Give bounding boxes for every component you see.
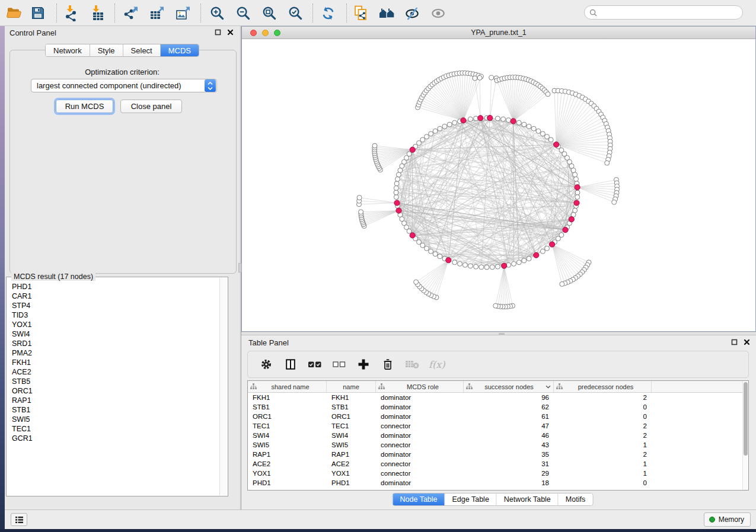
table-row[interactable]: ACE2ACE2connector311 bbox=[248, 459, 742, 469]
cell-name: SWI4 bbox=[327, 432, 376, 439]
show-all-icon[interactable] bbox=[428, 3, 449, 23]
attribute-icon bbox=[250, 383, 257, 390]
mcds-result-list[interactable]: PHD1CAR1STP4TID3YOX1SWI4SRD1PMA2FKH1ACE2… bbox=[7, 282, 219, 495]
network-canvas[interactable] bbox=[242, 39, 755, 331]
float-panel-icon[interactable] bbox=[731, 339, 738, 345]
add-column-icon[interactable] bbox=[356, 357, 371, 371]
table-row[interactable]: SWI5SWI5connector431 bbox=[248, 440, 742, 450]
optimization-criterion-dropdown[interactable]: largest connected component (undirected) bbox=[31, 79, 217, 92]
result-node-item[interactable]: CAR1 bbox=[7, 291, 219, 301]
table-row[interactable]: FKH1FKH1dominator962 bbox=[248, 393, 742, 402]
table-row[interactable]: STB1STB1dominator620 bbox=[248, 402, 742, 412]
toolbar-separator bbox=[114, 4, 115, 23]
zoom-out-icon[interactable] bbox=[232, 3, 254, 23]
float-panel-icon[interactable] bbox=[215, 29, 221, 36]
delete-column-icon[interactable] bbox=[380, 357, 395, 371]
table-row[interactable]: RAP1RAP1dominator352 bbox=[248, 450, 742, 459]
table-row[interactable]: ORC1ORC1dominator610 bbox=[248, 412, 742, 421]
tab-motifs[interactable]: Motifs bbox=[559, 493, 592, 505]
global-search-field[interactable] bbox=[584, 5, 743, 20]
search-input[interactable] bbox=[600, 8, 742, 17]
close-panel-icon[interactable] bbox=[227, 29, 234, 36]
column-header-name[interactable]: name bbox=[327, 381, 376, 392]
cell-shared: ACE2 bbox=[248, 460, 327, 467]
cell-succ: 46 bbox=[464, 432, 554, 439]
select-all-icon[interactable] bbox=[307, 357, 323, 371]
column-header-predecessor-nodes[interactable]: predecessor nodes bbox=[554, 381, 652, 392]
column-header-successor-nodes[interactable]: successor nodes bbox=[464, 381, 554, 392]
list-icon bbox=[15, 516, 24, 524]
tab-select[interactable]: Select bbox=[123, 44, 161, 56]
close-panel-button[interactable]: Close panel bbox=[120, 100, 182, 113]
table-toolbar: f(x) bbox=[247, 351, 749, 378]
table-vertical-scrollbar[interactable] bbox=[742, 381, 748, 490]
result-node-item[interactable]: YOX1 bbox=[7, 320, 219, 329]
network-graph[interactable] bbox=[242, 39, 755, 331]
run-mcds-button[interactable]: Run MCDS bbox=[56, 100, 113, 113]
cell-name: PHD1 bbox=[327, 479, 376, 486]
tab-edge-table[interactable]: Edge Table bbox=[445, 493, 497, 505]
result-node-item[interactable]: TEC1 bbox=[7, 424, 219, 434]
right-area: YPA_prune.txt_1 Table Panel bbox=[241, 26, 756, 509]
control-panel: Control Panel NetworkStyleSelectMCDS Opt… bbox=[5, 26, 240, 509]
zoom-selected-icon[interactable] bbox=[285, 3, 306, 23]
export-network-icon[interactable] bbox=[121, 3, 142, 23]
split-columns-icon[interactable] bbox=[283, 357, 298, 371]
result-node-item[interactable]: ORC1 bbox=[7, 386, 219, 396]
import-network-icon[interactable] bbox=[60, 3, 82, 23]
memory-button[interactable]: Memory bbox=[704, 512, 751, 527]
save-session-icon[interactable] bbox=[27, 3, 49, 23]
open-file-icon[interactable] bbox=[4, 3, 25, 23]
table-row[interactable]: YOX1YOX1connector291 bbox=[248, 469, 742, 478]
tab-mcds[interactable]: MCDS bbox=[161, 44, 199, 56]
memory-label: Memory bbox=[719, 515, 744, 524]
column-header-shared-name[interactable]: shared name bbox=[248, 381, 327, 392]
new-network-from-selection-icon[interactable] bbox=[350, 3, 372, 23]
result-node-item[interactable]: SWI5 bbox=[7, 415, 219, 424]
search-icon bbox=[589, 9, 597, 17]
result-node-item[interactable]: SRD1 bbox=[7, 339, 219, 348]
table-row[interactable]: PHD1PHD1dominator180 bbox=[248, 478, 742, 488]
column-header-MCDS-role[interactable]: MCDS role bbox=[376, 381, 464, 392]
export-table-icon[interactable] bbox=[147, 3, 168, 23]
first-neighbors-icon[interactable] bbox=[377, 3, 398, 23]
scrollbar-thumb[interactable] bbox=[744, 382, 748, 456]
result-node-item[interactable]: STP4 bbox=[7, 301, 219, 310]
delete-table-icon[interactable] bbox=[404, 357, 420, 371]
result-node-item[interactable]: RAP1 bbox=[7, 396, 219, 405]
splitter-grip[interactable] bbox=[499, 333, 505, 335]
table-settings-icon[interactable] bbox=[259, 357, 274, 371]
cell-shared: SWI5 bbox=[248, 441, 327, 448]
cell-shared: RAP1 bbox=[248, 451, 327, 458]
result-list-scrollbar[interactable] bbox=[219, 278, 227, 495]
cell-succ: 62 bbox=[464, 403, 554, 411]
refresh-view-icon[interactable] bbox=[317, 3, 339, 23]
tab-network[interactable]: Network bbox=[46, 44, 90, 56]
network-frame-titlebar[interactable]: YPA_prune.txt_1 bbox=[242, 27, 755, 39]
export-image-icon[interactable] bbox=[173, 3, 194, 23]
task-history-button[interactable] bbox=[11, 513, 27, 526]
result-node-item[interactable]: ACE2 bbox=[7, 367, 219, 377]
sort-descending-icon bbox=[546, 385, 551, 389]
tab-node-table[interactable]: Node Table bbox=[393, 493, 445, 505]
result-node-item[interactable]: FKH1 bbox=[7, 358, 219, 367]
zoom-in-icon[interactable] bbox=[206, 3, 228, 23]
table-row[interactable]: SWI4SWI4dominator462 bbox=[248, 431, 742, 440]
result-node-item[interactable]: GCR1 bbox=[7, 434, 219, 443]
deselect-all-icon[interactable] bbox=[331, 357, 347, 371]
result-node-item[interactable]: TID3 bbox=[7, 310, 219, 320]
result-node-item[interactable]: PMA2 bbox=[7, 348, 219, 358]
result-node-item[interactable]: STB5 bbox=[7, 377, 219, 386]
result-node-item[interactable]: STB1 bbox=[7, 405, 219, 415]
import-table-icon[interactable] bbox=[87, 3, 108, 23]
result-node-item[interactable]: SWI4 bbox=[7, 329, 219, 339]
tab-style[interactable]: Style bbox=[90, 44, 123, 56]
function-builder-icon[interactable]: f(x) bbox=[429, 359, 445, 370]
table-row[interactable]: TEC1TEC1connector472 bbox=[248, 421, 742, 431]
hide-selected-icon[interactable] bbox=[401, 3, 423, 23]
close-panel-icon[interactable] bbox=[744, 339, 750, 345]
attribute-icon bbox=[378, 383, 385, 390]
result-node-item[interactable]: PHD1 bbox=[7, 282, 219, 291]
tab-network-table[interactable]: Network Table bbox=[497, 493, 559, 505]
zoom-fit-icon[interactable] bbox=[259, 3, 280, 23]
